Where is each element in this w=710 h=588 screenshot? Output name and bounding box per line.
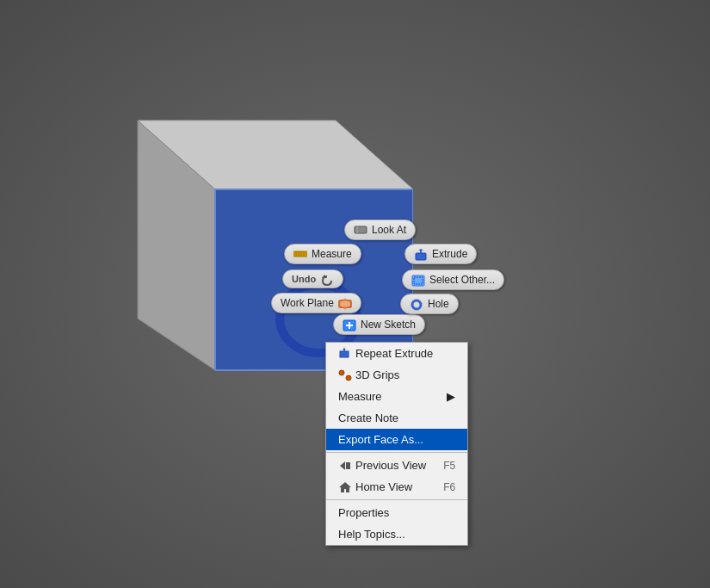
new-sketch-radial-button[interactable]: New Sketch [333, 314, 425, 335]
svg-marker-31 [339, 482, 351, 492]
context-menu: Repeat Extrude 3D Grips Measure ▶ Create… [325, 342, 468, 546]
menu-item-properties[interactable]: Properties [326, 502, 467, 523]
svg-rect-30 [346, 462, 350, 469]
measure-radial-button[interactable]: Measure [284, 244, 361, 264]
measure-icon [293, 249, 307, 259]
menu-item-home-view[interactable]: Home View F6 [326, 476, 467, 498]
select-other-icon [411, 275, 425, 285]
menu-item-repeat-extrude[interactable]: Repeat Extrude [326, 343, 467, 364]
svg-rect-5 [355, 226, 367, 233]
menu-separator-1 [326, 452, 467, 453]
svg-rect-18 [416, 253, 426, 260]
look-at-button[interactable]: Look At [344, 220, 416, 240]
menu-item-create-note[interactable]: Create Note [326, 407, 467, 429]
svg-marker-20 [418, 249, 423, 251]
undo-radial-button[interactable]: Undo [282, 269, 343, 288]
home-view-shortcut: F6 [443, 481, 455, 493]
work-plane-icon [338, 298, 352, 308]
look-at-icon [354, 225, 367, 235]
home-view-icon [338, 481, 352, 493]
svg-point-23 [412, 300, 421, 309]
svg-rect-7 [293, 251, 307, 257]
svg-marker-26 [343, 348, 346, 350]
menu-item-export-face[interactable]: Export Face As... [326, 429, 467, 450]
previous-view-icon [338, 460, 352, 472]
menu-item-3d-grips[interactable]: 3D Grips [326, 364, 467, 386]
menu-item-previous-view[interactable]: Previous View F5 [326, 455, 467, 476]
submenu-arrow-icon: ▶ [447, 390, 455, 403]
menu-separator-2 [326, 499, 467, 500]
svg-rect-24 [340, 351, 349, 357]
repeat-extrude-icon [338, 348, 352, 360]
svg-point-28 [346, 375, 351, 381]
work-plane-radial-button[interactable]: Work Plane [271, 293, 361, 313]
menu-item-measure[interactable]: Measure ▶ [326, 386, 467, 407]
3d-grips-icon [338, 369, 352, 381]
svg-marker-29 [340, 461, 345, 470]
svg-point-27 [339, 370, 344, 375]
extrude-icon [414, 249, 428, 259]
select-other-radial-button[interactable]: Select Other... [402, 269, 504, 290]
previous-view-shortcut: F5 [443, 460, 455, 472]
extrude-radial-button[interactable]: Extrude [404, 244, 477, 264]
new-sketch-icon [343, 319, 356, 330]
menu-item-help-topics[interactable]: Help Topics... [326, 523, 467, 545]
hole-radial-button[interactable]: Hole [400, 294, 459, 314]
hole-icon [410, 299, 423, 309]
undo-icon [320, 274, 334, 284]
